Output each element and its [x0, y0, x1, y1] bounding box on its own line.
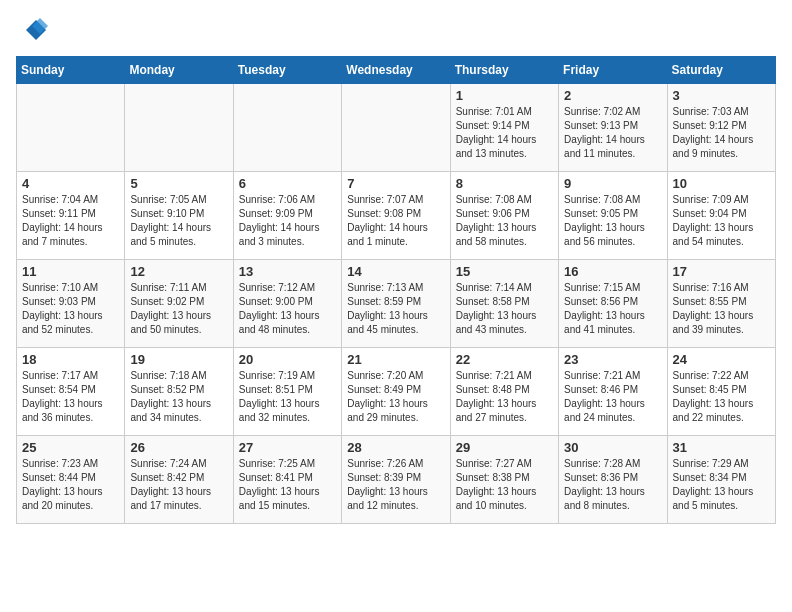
day-info-line: Daylight: 14 hours — [130, 221, 227, 235]
calendar-week-row: 4Sunrise: 7:04 AMSunset: 9:11 PMDaylight… — [17, 172, 776, 260]
day-info-line: Sunset: 8:46 PM — [564, 383, 661, 397]
day-number: 2 — [564, 88, 661, 103]
day-info-line: and 17 minutes. — [130, 499, 227, 513]
day-info-line: Daylight: 13 hours — [347, 309, 444, 323]
day-info-line: Sunset: 8:59 PM — [347, 295, 444, 309]
day-info-line: Sunset: 8:52 PM — [130, 383, 227, 397]
day-number: 30 — [564, 440, 661, 455]
day-info-line: Daylight: 14 hours — [456, 133, 553, 147]
day-info-line: Sunset: 8:55 PM — [673, 295, 770, 309]
day-number: 6 — [239, 176, 336, 191]
day-info-line: Sunrise: 7:24 AM — [130, 457, 227, 471]
logo-icon — [22, 16, 50, 44]
calendar-cell: 7Sunrise: 7:07 AMSunset: 9:08 PMDaylight… — [342, 172, 450, 260]
day-info-line: Sunrise: 7:16 AM — [673, 281, 770, 295]
day-info-line: Daylight: 13 hours — [130, 309, 227, 323]
calendar-cell: 18Sunrise: 7:17 AMSunset: 8:54 PMDayligh… — [17, 348, 125, 436]
calendar-cell: 25Sunrise: 7:23 AMSunset: 8:44 PMDayligh… — [17, 436, 125, 524]
calendar-cell: 1Sunrise: 7:01 AMSunset: 9:14 PMDaylight… — [450, 84, 558, 172]
day-info-line: Sunrise: 7:20 AM — [347, 369, 444, 383]
day-info-line: Daylight: 13 hours — [673, 485, 770, 499]
day-info-line: Sunrise: 7:02 AM — [564, 105, 661, 119]
day-number: 15 — [456, 264, 553, 279]
day-number: 13 — [239, 264, 336, 279]
day-info-line: Sunset: 9:03 PM — [22, 295, 119, 309]
day-info-line: Sunset: 9:08 PM — [347, 207, 444, 221]
day-info-line: and 9 minutes. — [673, 147, 770, 161]
calendar-cell: 24Sunrise: 7:22 AMSunset: 8:45 PMDayligh… — [667, 348, 775, 436]
calendar-cell: 5Sunrise: 7:05 AMSunset: 9:10 PMDaylight… — [125, 172, 233, 260]
weekday-header: Tuesday — [233, 57, 341, 84]
day-info-line: and 8 minutes. — [564, 499, 661, 513]
day-info-line: Daylight: 13 hours — [564, 221, 661, 235]
day-info-line: and 3 minutes. — [239, 235, 336, 249]
day-info-line: and 27 minutes. — [456, 411, 553, 425]
calendar-week-row: 11Sunrise: 7:10 AMSunset: 9:03 PMDayligh… — [17, 260, 776, 348]
day-number: 1 — [456, 88, 553, 103]
weekday-header: Wednesday — [342, 57, 450, 84]
day-number: 7 — [347, 176, 444, 191]
calendar-cell: 4Sunrise: 7:04 AMSunset: 9:11 PMDaylight… — [17, 172, 125, 260]
day-info-line: Sunrise: 7:19 AM — [239, 369, 336, 383]
day-info-line: Sunset: 8:42 PM — [130, 471, 227, 485]
day-info-line: and 43 minutes. — [456, 323, 553, 337]
calendar-cell: 15Sunrise: 7:14 AMSunset: 8:58 PMDayligh… — [450, 260, 558, 348]
day-info-line: Daylight: 13 hours — [456, 221, 553, 235]
day-number: 20 — [239, 352, 336, 367]
day-info-line: Sunrise: 7:29 AM — [673, 457, 770, 471]
day-info-line: Sunset: 8:45 PM — [673, 383, 770, 397]
day-info-line: Daylight: 13 hours — [22, 485, 119, 499]
day-info-line: Sunrise: 7:07 AM — [347, 193, 444, 207]
day-info-line: and 12 minutes. — [347, 499, 444, 513]
day-info-line: Daylight: 13 hours — [130, 397, 227, 411]
calendar-cell — [125, 84, 233, 172]
weekday-header-row: SundayMondayTuesdayWednesdayThursdayFrid… — [17, 57, 776, 84]
day-info-line: Sunrise: 7:14 AM — [456, 281, 553, 295]
calendar-cell — [342, 84, 450, 172]
day-info-line: Sunrise: 7:18 AM — [130, 369, 227, 383]
day-number: 29 — [456, 440, 553, 455]
day-info-line: Sunrise: 7:05 AM — [130, 193, 227, 207]
day-number: 31 — [673, 440, 770, 455]
calendar-week-row: 25Sunrise: 7:23 AMSunset: 8:44 PMDayligh… — [17, 436, 776, 524]
day-info-line: Sunset: 9:12 PM — [673, 119, 770, 133]
day-info-line: Sunrise: 7:21 AM — [456, 369, 553, 383]
calendar-cell: 20Sunrise: 7:19 AMSunset: 8:51 PMDayligh… — [233, 348, 341, 436]
day-info-line: Daylight: 13 hours — [22, 397, 119, 411]
day-number: 16 — [564, 264, 661, 279]
day-info-line: and 52 minutes. — [22, 323, 119, 337]
day-info-line: Daylight: 13 hours — [239, 397, 336, 411]
day-info-line: and 22 minutes. — [673, 411, 770, 425]
calendar-cell: 30Sunrise: 7:28 AMSunset: 8:36 PMDayligh… — [559, 436, 667, 524]
calendar-cell — [233, 84, 341, 172]
day-info-line: and 45 minutes. — [347, 323, 444, 337]
day-info-line: Sunset: 9:06 PM — [456, 207, 553, 221]
day-info-line: Daylight: 13 hours — [673, 221, 770, 235]
calendar-cell: 8Sunrise: 7:08 AMSunset: 9:06 PMDaylight… — [450, 172, 558, 260]
day-info-line: Sunset: 9:02 PM — [130, 295, 227, 309]
day-info-line: Daylight: 14 hours — [673, 133, 770, 147]
day-info-line: Sunrise: 7:10 AM — [22, 281, 119, 295]
day-info-line: Sunset: 8:36 PM — [564, 471, 661, 485]
day-info-line: Sunset: 8:48 PM — [456, 383, 553, 397]
calendar-cell: 17Sunrise: 7:16 AMSunset: 8:55 PMDayligh… — [667, 260, 775, 348]
day-info-line: Sunset: 8:38 PM — [456, 471, 553, 485]
calendar-cell: 19Sunrise: 7:18 AMSunset: 8:52 PMDayligh… — [125, 348, 233, 436]
day-info-line: Sunrise: 7:09 AM — [673, 193, 770, 207]
day-info-line: Sunset: 8:41 PM — [239, 471, 336, 485]
day-info-line: Daylight: 13 hours — [347, 397, 444, 411]
day-number: 18 — [22, 352, 119, 367]
day-info-line: Sunset: 9:04 PM — [673, 207, 770, 221]
day-info-line: Sunrise: 7:08 AM — [456, 193, 553, 207]
day-info-line: Sunset: 8:56 PM — [564, 295, 661, 309]
day-info-line: Sunrise: 7:12 AM — [239, 281, 336, 295]
day-info-line: Daylight: 13 hours — [456, 485, 553, 499]
day-info-line: Daylight: 13 hours — [130, 485, 227, 499]
day-info-line: Sunrise: 7:04 AM — [22, 193, 119, 207]
day-number: 14 — [347, 264, 444, 279]
day-number: 27 — [239, 440, 336, 455]
day-info-line: and 34 minutes. — [130, 411, 227, 425]
day-info-line: and 1 minute. — [347, 235, 444, 249]
day-number: 3 — [673, 88, 770, 103]
day-info-line: Sunrise: 7:27 AM — [456, 457, 553, 471]
